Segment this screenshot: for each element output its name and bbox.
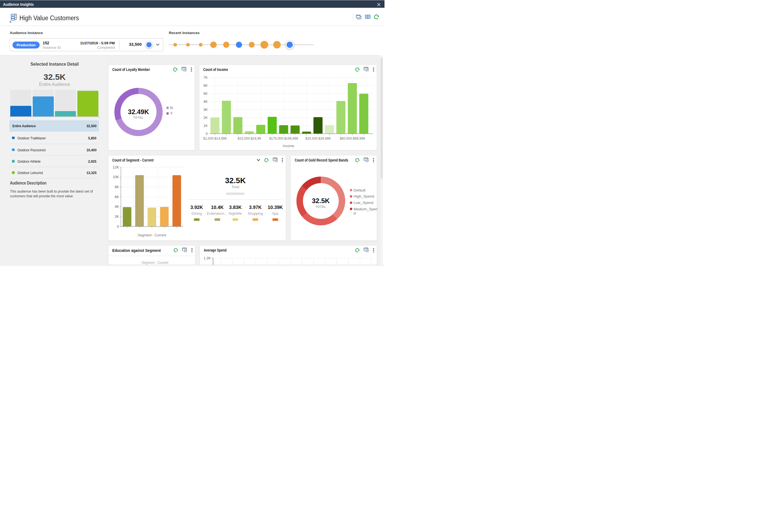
svg-text:0: 0 — [206, 132, 208, 135]
svg-text:3K: 3K — [203, 108, 208, 111]
svg-text:Default: Default — [353, 188, 365, 192]
svg-text:Entertainm…: Entertainm… — [207, 211, 228, 216]
svg-text:Nightlife: Nightlife — [229, 211, 242, 216]
svg-text:$25,000-$34,999: $25,000-$34,999 — [305, 136, 331, 140]
svg-text:Total: Total — [231, 185, 239, 189]
svg-text:High_Spend: High_Spend — [353, 194, 374, 198]
svg-text:Medium_Spen: Medium_Spen — [353, 207, 377, 211]
svg-text:32.49K: 32.49K — [128, 108, 149, 115]
svg-text:2K: 2K — [203, 116, 208, 119]
svg-text:Spa: Spa — [272, 211, 278, 216]
svg-text:8K: 8K — [115, 185, 119, 189]
svg-text:0: 0 — [117, 224, 119, 228]
svg-text:32.5K: 32.5K — [312, 197, 330, 204]
svg-text:1K: 1K — [203, 124, 208, 127]
svg-text:Segment - Current: Segment - Current — [138, 233, 166, 237]
svg-text:3.92K: 3.92K — [190, 204, 203, 210]
svg-text:Y: Y — [170, 111, 173, 116]
svg-text:3.97K: 3.97K — [249, 204, 262, 210]
svg-text:$1,000-$14,999: $1,000-$14,999 — [203, 136, 226, 140]
svg-text:2K: 2K — [115, 215, 119, 219]
svg-text:$15,000-$24,99: $15,000-$24,99 — [237, 136, 261, 140]
svg-text:Low_Spend: Low_Spend — [353, 201, 373, 205]
svg-text:10K: 10K — [113, 175, 119, 179]
svg-text:$175,000-$199,999: $175,000-$199,999 — [269, 136, 298, 140]
svg-text:d: d — [353, 211, 356, 215]
svg-text:10.39K: 10.39K — [268, 204, 283, 210]
svg-text:1.2K: 1.2K — [203, 256, 211, 260]
svg-text:32.5K: 32.5K — [225, 176, 246, 185]
svg-text:12K: 12K — [113, 165, 119, 169]
svg-text:$50,000-$99,999: $50,000-$99,999 — [340, 136, 365, 140]
svg-text:Shopping: Shopping — [248, 211, 263, 216]
svg-text:7K: 7K — [203, 75, 208, 79]
svg-text:4K: 4K — [115, 205, 119, 209]
svg-text:TOTAL: TOTAL — [315, 205, 326, 208]
svg-text:6K: 6K — [203, 83, 208, 87]
svg-text:10.4K: 10.4K — [211, 204, 224, 210]
svg-text:3.83K: 3.83K — [229, 204, 242, 210]
svg-text:N: N — [170, 105, 173, 110]
svg-text:Income: Income — [283, 144, 294, 148]
svg-text:5K: 5K — [203, 91, 208, 95]
svg-text:Dining: Dining — [191, 211, 202, 216]
svg-text:TOTAL: TOTAL — [133, 116, 144, 119]
svg-text:6K: 6K — [115, 195, 119, 199]
svg-text:4K: 4K — [203, 99, 208, 103]
